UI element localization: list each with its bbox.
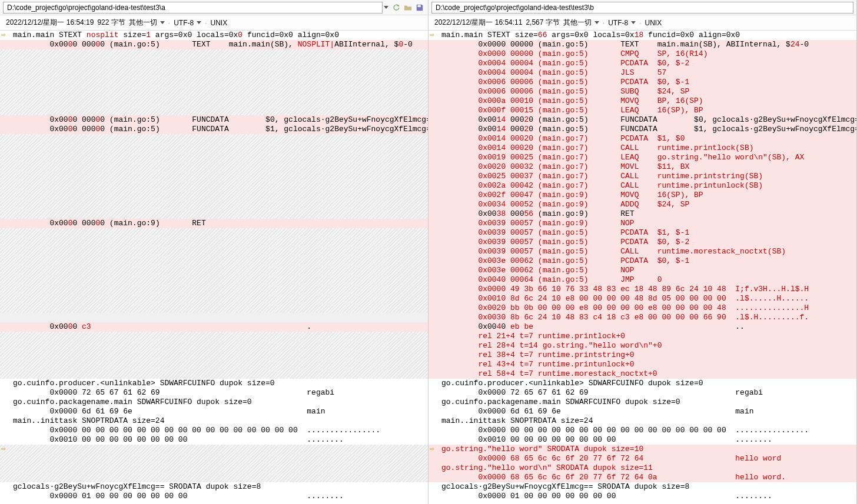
code-line[interactable]: main..inittask SNOPTRDATA size=24	[428, 416, 856, 426]
code-line[interactable]: 0x0010 00 00 00 00 00 00 00 00 ........	[0, 435, 428, 445]
code-line[interactable]: gclocals·g2BeySu+wFnoycgXfElmcg== SRODAT…	[428, 482, 856, 492]
code-line[interactable]: 0x0020 bb 0b 00 00 00 e8 00 00 00 00 e8 …	[428, 303, 856, 313]
code-line[interactable]: 0x0019 00025 (main.go:7) LEAQ go.string.…	[428, 153, 856, 162]
code-line[interactable]	[0, 285, 428, 294]
code-line[interactable]: go.string."hello word\n" SRODATA dupok s…	[428, 463, 856, 473]
code-line[interactable]: rel 28+4 t=14 go.string."hello word\n"+0	[428, 341, 856, 351]
code-line[interactable]: 0x0040 00064 (main.go:5) JMP 0	[428, 275, 856, 285]
code-line[interactable]: 0x0000 00000 (main.go:5) TEXT main.main(…	[0, 40, 428, 49]
left-other[interactable]: 其他一切	[129, 18, 165, 28]
code-line[interactable]: ⇨main.main STEXT size=66 args=0x0 locals…	[428, 31, 856, 40]
code-line[interactable]	[0, 162, 428, 172]
code-line[interactable]	[0, 209, 428, 219]
code-line[interactable]	[0, 59, 428, 68]
code-line[interactable]	[0, 106, 428, 115]
code-line[interactable]: rel 43+4 t=7 runtime.printunlock+0	[428, 360, 856, 369]
left-eol[interactable]: UNIX	[210, 19, 227, 27]
code-line[interactable]: 0x0025 00037 (main.go:7) CALL runtime.pr…	[428, 172, 856, 181]
code-line[interactable]	[0, 275, 428, 285]
code-line[interactable]	[0, 341, 428, 351]
code-line[interactable]: 0x0006 00006 (main.go:5) SUBQ $24, SP	[428, 87, 856, 96]
code-line[interactable]	[0, 360, 428, 369]
code-line[interactable]: 0x0014 00020 (main.go:7) CALL runtime.pr…	[428, 143, 856, 153]
code-line[interactable]	[0, 369, 428, 379]
code-line[interactable]: 0x0038 00056 (main.go:9) RET	[428, 209, 856, 219]
code-line[interactable]: 0x0010 8d 6c 24 10 e8 00 00 00 00 48 8d …	[428, 294, 856, 303]
code-line[interactable]	[0, 238, 428, 247]
code-line[interactable]: 0x002a 00042 (main.go:7) CALL runtime.pr…	[428, 181, 856, 191]
code-line[interactable]: 0x0000 72 65 67 61 62 69 regabi	[0, 388, 428, 398]
code-line[interactable]	[0, 247, 428, 256]
code-line[interactable]: go.cuinfo.packagename.main SDWARFCUINFO …	[428, 398, 856, 407]
code-line[interactable]	[0, 87, 428, 96]
code-line[interactable]	[0, 96, 428, 106]
code-line[interactable]: ⇨main.main STEXT nosplit size=1 args=0x0…	[0, 31, 428, 40]
code-line[interactable]	[0, 49, 428, 59]
code-line[interactable]	[0, 228, 428, 238]
code-line[interactable]	[0, 351, 428, 360]
code-line[interactable]: 0x0000 00000 (main.go:9) RET	[0, 219, 428, 228]
code-line[interactable]: 0x0020 00032 (main.go:7) MOVL $11, BX	[428, 162, 856, 172]
code-line[interactable]	[0, 303, 428, 313]
code-line[interactable]	[0, 191, 428, 200]
dropdown-icon[interactable]	[384, 6, 388, 9]
code-line[interactable]: 0x0014 00020 (main.go:7) PCDATA $1, $0	[428, 134, 856, 143]
code-line[interactable]	[0, 294, 428, 303]
code-line[interactable]: 0x0040 eb be ..	[428, 322, 856, 332]
code-line[interactable]: 0x0000 6d 61 69 6e main	[0, 407, 428, 416]
right-content[interactable]: ⇨main.main STEXT size=66 args=0x0 locals…	[428, 31, 856, 504]
code-line[interactable]: 0x0000 68 65 6c 6c 6f 20 77 6f 72 64 hel…	[428, 454, 856, 463]
code-line[interactable]: 0x0000 01 00 00 00 00 00 00 00 ........	[0, 492, 428, 501]
code-line[interactable]: go.cuinfo.producer.<unlinkable> SDWARFCU…	[428, 379, 856, 388]
code-line[interactable]: 0x002f 00047 (main.go:9) MOVQ 16(SP), BP	[428, 191, 856, 200]
code-line[interactable]: 0x0004 00004 (main.go:5) PCDATA $0, $-2	[428, 59, 856, 68]
code-line[interactable]: 0x0000 49 3b 66 10 76 33 48 83 ec 18 48 …	[428, 285, 856, 294]
right-encoding[interactable]: UTF-8	[608, 19, 636, 27]
right-other[interactable]: 其他一切	[563, 18, 599, 28]
code-line[interactable]	[0, 200, 428, 209]
code-line[interactable]: 0x0006 00006 (main.go:5) PCDATA $0, $-1	[428, 78, 856, 87]
code-line[interactable]: 0x0030 8b 6c 24 10 48 83 c4 18 c3 e8 00 …	[428, 313, 856, 322]
code-line[interactable]	[0, 313, 428, 322]
code-line[interactable]: 0x000f 00015 (main.go:5) LEAQ 16(SP), BP	[428, 106, 856, 115]
right-path-input[interactable]	[431, 2, 853, 14]
code-line[interactable]: go.cuinfo.packagename.main SDWARFCUINFO …	[0, 398, 428, 407]
code-line[interactable]: 0x0000 00000 (main.go:5) CMPQ SP, 16(R14…	[428, 49, 856, 59]
code-line[interactable]: 0x0000 c3 .	[0, 322, 428, 332]
code-line[interactable]: 0x003e 00062 (main.go:5) PCDATA $0, $-1	[428, 256, 856, 266]
code-line[interactable]: 0x0000 00000 (main.go:5) TEXT main.main(…	[428, 40, 856, 49]
code-line[interactable]	[0, 256, 428, 266]
code-line[interactable]	[0, 332, 428, 341]
right-eol[interactable]: UNIX	[645, 19, 662, 27]
code-line[interactable]	[0, 473, 428, 482]
save-icon[interactable]	[414, 2, 425, 13]
open-folder-icon[interactable]	[403, 2, 413, 13]
code-line[interactable]: 0x0000 01 00 00 00 00 00 00 00 ........	[428, 492, 856, 501]
code-line[interactable]: 0x0014 00020 (main.go:5) FUNCDATA $0, gc…	[428, 115, 856, 125]
code-line[interactable]: main..inittask SNOPTRDATA size=24	[0, 416, 428, 426]
code-line[interactable]	[0, 181, 428, 191]
code-line[interactable]: 0x0000 6d 61 69 6e main	[428, 407, 856, 416]
code-line[interactable]: 0x0000 00000 (main.go:5) FUNCDATA $0, gc…	[0, 115, 428, 125]
code-line[interactable]: 0x0039 00057 (main.go:5) PCDATA $1, $-1	[428, 228, 856, 238]
code-line[interactable]: ⇨go.string."hello word" SRODATA dupok si…	[428, 445, 856, 454]
code-line[interactable]	[0, 463, 428, 473]
code-line[interactable]: 0x0034 00052 (main.go:9) ADDQ $24, SP	[428, 200, 856, 209]
code-line[interactable]: 0x0039 00057 (main.go:5) CALL runtime.mo…	[428, 247, 856, 256]
code-line[interactable]: rel 21+4 t=7 runtime.printlock+0	[428, 332, 856, 341]
code-line[interactable]: 0x0000 00 00 00 00 00 00 00 00 00 00 00 …	[0, 426, 428, 435]
code-line[interactable]: 0x0004 00004 (main.go:5) JLS 57	[428, 68, 856, 78]
code-line[interactable]: 0x0000 72 65 67 61 62 69 regabi	[428, 388, 856, 398]
reload-icon[interactable]	[391, 2, 401, 13]
code-line[interactable]	[0, 454, 428, 463]
code-line[interactable]: ⇨	[0, 445, 428, 454]
code-line[interactable]: 0x0039 00057 (main.go:9) NOP	[428, 219, 856, 228]
code-line[interactable]	[0, 266, 428, 275]
code-line[interactable]	[0, 134, 428, 143]
code-line[interactable]	[0, 68, 428, 78]
code-line[interactable]	[0, 78, 428, 87]
code-line[interactable]: 0x0000 68 65 6c 6c 6f 20 77 6f 72 64 0a …	[428, 473, 856, 482]
code-line[interactable]: 0x0014 00020 (main.go:5) FUNCDATA $1, gc…	[428, 125, 856, 134]
code-line[interactable]: 0x0039 00057 (main.go:5) PCDATA $0, $-2	[428, 238, 856, 247]
code-line[interactable]: rel 58+4 t=7 runtime.morestack_noctxt+0	[428, 369, 856, 379]
